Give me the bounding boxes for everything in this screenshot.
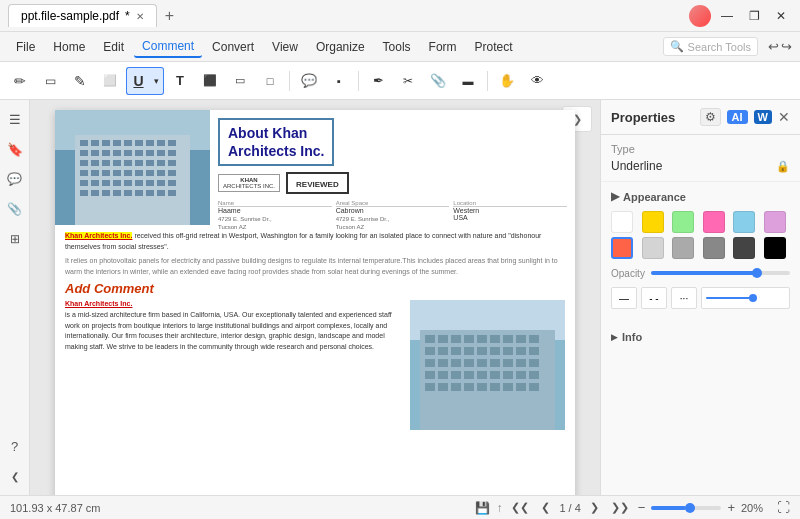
layer-icon[interactable]: ⊞ [4, 228, 26, 250]
svg-rect-99 [464, 383, 474, 391]
opacity-slider-container[interactable] [651, 267, 790, 279]
bookmark-icon[interactable]: 🔖 [4, 138, 26, 160]
style-row: — - - ··· [611, 287, 790, 309]
page-nav-icon[interactable]: ☰ [4, 108, 26, 130]
measure-tool-btn[interactable]: ✂ [394, 67, 422, 95]
color-yellow[interactable] [642, 211, 664, 233]
hand-tool-btn[interactable]: ✋ [493, 67, 521, 95]
color-gray[interactable] [672, 237, 694, 259]
menu-file[interactable]: File [8, 37, 43, 57]
window-minimize-btn[interactable]: — [715, 7, 739, 25]
color-red[interactable] [611, 237, 633, 259]
page-back-btn[interactable]: ❮❮ [508, 500, 532, 515]
svg-rect-46 [157, 180, 165, 186]
user-avatar[interactable] [689, 5, 711, 27]
zoom-out-btn[interactable]: − [638, 500, 646, 515]
fit-page-btn[interactable]: ⛶ [777, 500, 790, 515]
style-dashed-btn[interactable]: - - [641, 287, 667, 309]
color-blue[interactable] [733, 211, 755, 233]
active-tab[interactable]: ppt.file-sample.pdf * ✕ [8, 4, 157, 27]
redact-tool-btn[interactable]: ▬ [454, 67, 482, 95]
add-comment-label: Add Comment [65, 281, 565, 296]
tab-label: ppt.file-sample.pdf [21, 9, 119, 23]
word-action-btn[interactable]: W [754, 110, 772, 124]
text-tool-btn[interactable]: T [166, 67, 194, 95]
shape-tool-btn[interactable]: □ [256, 67, 284, 95]
menu-tools[interactable]: Tools [375, 37, 419, 57]
properties-panel: Properties ⚙ AI W ✕ Type Underline 🔒 ▶ A… [600, 100, 800, 495]
attachment-sidebar-icon[interactable]: 📎 [4, 198, 26, 220]
properties-title: Properties [611, 110, 675, 125]
svg-rect-41 [102, 180, 110, 186]
tab-close-btn[interactable]: ✕ [136, 11, 144, 22]
color-white[interactable] [611, 211, 633, 233]
svg-rect-28 [157, 160, 165, 166]
type-value: Underline [611, 159, 662, 173]
canvas-area[interactable]: ❯ // Draw building window grid via inlin… [30, 100, 600, 495]
zoom-slider-container[interactable] [651, 502, 721, 514]
info-toggle[interactable]: ▶ Info [611, 331, 790, 343]
window-maximize-btn[interactable]: ❐ [743, 7, 766, 25]
comment-list-icon[interactable]: 💬 [4, 168, 26, 190]
help-icon[interactable]: ? [4, 435, 26, 457]
eye-tool-btn[interactable]: 👁 [523, 67, 551, 95]
style-dotted-btn[interactable]: ··· [671, 287, 697, 309]
svg-rect-59 [420, 330, 555, 430]
eraser-tool-btn[interactable]: ⬜ [96, 67, 124, 95]
expand-sidebar-icon[interactable]: ❮ [4, 465, 26, 487]
svg-rect-104 [529, 383, 539, 391]
menu-view[interactable]: View [264, 37, 306, 57]
menu-home[interactable]: Home [45, 37, 93, 57]
svg-rect-36 [146, 170, 154, 176]
page-prev-btn[interactable]: ❮ [538, 500, 553, 515]
menu-form[interactable]: Form [421, 37, 465, 57]
svg-rect-8 [135, 140, 143, 146]
svg-rect-37 [157, 170, 165, 176]
dimensions-display: 101.93 x 47.87 cm [10, 502, 101, 514]
menu-protect[interactable]: Protect [467, 37, 521, 57]
color-green[interactable] [672, 211, 694, 233]
color-darker-gray[interactable] [733, 237, 755, 259]
highlight-tool-btn[interactable]: ▭ [36, 67, 64, 95]
stamp-tool-btn[interactable]: ▪ [325, 67, 353, 95]
svg-rect-19 [157, 150, 165, 156]
attach-tool-btn[interactable]: 📎 [424, 67, 452, 95]
color-black[interactable] [764, 237, 786, 259]
svg-rect-39 [80, 180, 88, 186]
svg-rect-11 [168, 140, 176, 146]
new-tab-btn[interactable]: + [165, 7, 174, 25]
color-pink[interactable] [703, 211, 725, 233]
pen-tool-btn[interactable]: ✏ [6, 67, 34, 95]
body-subtext: It relies on photovoltaic panels for ele… [65, 256, 565, 277]
page-last-btn[interactable]: ❯❯ [608, 500, 632, 515]
redo-icon[interactable]: ↪ [781, 39, 792, 54]
zoom-in-btn[interactable]: + [727, 500, 735, 515]
properties-close-btn[interactable]: ✕ [778, 109, 790, 125]
svg-rect-81 [464, 359, 474, 367]
menu-edit[interactable]: Edit [95, 37, 132, 57]
window-close-btn[interactable]: ✕ [770, 7, 792, 25]
color-light-gray[interactable] [642, 237, 664, 259]
svg-rect-18 [146, 150, 154, 156]
textbox-tool-btn[interactable]: ⬛ [196, 67, 224, 95]
search-tools-label[interactable]: Search Tools [688, 41, 751, 53]
underline-tool-arrow[interactable]: ▾ [150, 67, 164, 95]
undo-icon[interactable]: ↩ [768, 39, 779, 54]
page-next-btn[interactable]: ❯ [587, 500, 602, 515]
color-dark-gray[interactable] [703, 237, 725, 259]
style-solid-btn[interactable]: — [611, 287, 637, 309]
signature-tool-btn[interactable]: ✒ [364, 67, 392, 95]
pencil-tool-btn[interactable]: ✎ [66, 67, 94, 95]
color-purple[interactable] [764, 211, 786, 233]
ai-action-btn[interactable]: AI [727, 110, 748, 124]
menu-organize[interactable]: Organize [308, 37, 373, 57]
callout-tool-btn[interactable]: ▭ [226, 67, 254, 95]
svg-rect-43 [124, 180, 132, 186]
menu-comment[interactable]: Comment [134, 36, 202, 58]
menu-convert[interactable]: Convert [204, 37, 262, 57]
properties-settings-icon[interactable]: ⚙ [700, 108, 721, 126]
svg-rect-34 [124, 170, 132, 176]
comment-tool-btn[interactable]: 💬 [295, 67, 323, 95]
underline-tool-btn[interactable]: U [126, 67, 150, 95]
highlighted-company-name: Khan Architects Inc. [65, 232, 132, 239]
